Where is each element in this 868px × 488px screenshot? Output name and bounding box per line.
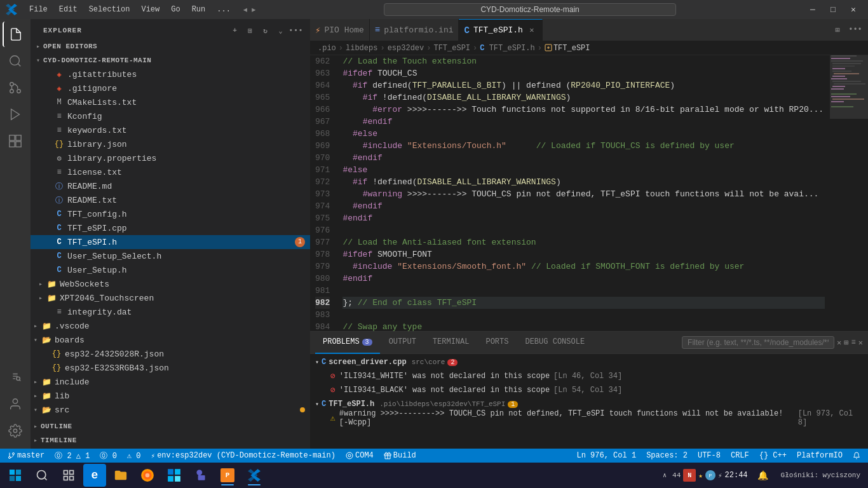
more-actions-button[interactable]: ••• [290, 24, 302, 37]
nav-fwd-button[interactable]: ▸ [251, 3, 257, 16]
menu-view[interactable]: View [136, 4, 165, 15]
sidebar-item-tft-espi-cpp[interactable]: C TFT_eSPI.cpp [31, 221, 310, 235]
problem-group-header-screen-driver[interactable]: ▾ C screen_driver.cpp src\core 2 [310, 355, 868, 369]
code-content[interactable]: // Load the Touch extension #ifdef TOUCH… [337, 55, 830, 331]
sidebar-section-open-editors[interactable]: ▸ OPEN EDITORS [31, 39, 310, 53]
activity-account[interactable] [3, 391, 28, 417]
problem-item-2[interactable]: ⊘ 'ILI9341_BLACK' was not declared in th… [310, 383, 868, 397]
menu-go[interactable]: Go [166, 4, 185, 15]
taskbar-vscode[interactable] [241, 464, 267, 487]
sidebar-item-kconfig[interactable]: ≡ Kconfig [31, 109, 310, 123]
sidebar-item-board1[interactable]: {} esp32-2432S028R.json [31, 347, 310, 361]
panel-close-button[interactable]: ✕ [858, 338, 863, 348]
collapse-all-button[interactable]: ⌄ [275, 24, 287, 37]
breadcrumb-tft-espi-folder[interactable]: TFT_eSPI [433, 44, 470, 53]
panel-tab-problems[interactable]: PROBLEMS 3 [315, 332, 380, 354]
taskbar-pio[interactable]: P [215, 464, 240, 487]
sidebar-item-lib[interactable]: ▸ 📁 lib [31, 389, 310, 403]
close-button[interactable]: ✕ [844, 3, 863, 17]
sidebar-item-integrity[interactable]: ≡ integrity.dat [31, 305, 310, 319]
sidebar-item-library-json[interactable]: {} library.json [31, 137, 310, 151]
sidebar-item-keywords[interactable]: ≡ keywords.txt [31, 123, 310, 137]
sidebar-item-vscode[interactable]: ▸ 📁 .vscode [31, 319, 310, 333]
menu-more[interactable]: ... [212, 4, 236, 15]
breadcrumb-esp32dev[interactable]: esp32dev [388, 44, 424, 53]
tray-clock[interactable]: 22:44 [725, 471, 748, 480]
activity-settings[interactable] [3, 418, 28, 444]
panel-tab-terminal[interactable]: TERMINAL [425, 332, 477, 354]
taskbar-search[interactable] [29, 464, 55, 487]
sidebar-item-tft-config[interactable]: C TFT_config.h [31, 207, 310, 221]
start-button[interactable] [3, 464, 28, 487]
status-lang[interactable]: {} C++ [757, 449, 789, 463]
split-editor-button[interactable]: ⊞ [830, 22, 845, 37]
search-input[interactable] [384, 3, 676, 16]
status-spaces[interactable]: Spaces: 2 [644, 449, 690, 463]
breadcrumb-class[interactable]: TFT_eSPI [545, 44, 590, 53]
sidebar-item-library-properties[interactable]: ⚙ library.properties [31, 151, 310, 165]
filter-clear-button[interactable]: ✕ [837, 338, 841, 348]
sidebar-item-src[interactable]: ▾ 📂 src [31, 403, 310, 417]
sidebar-section-outline[interactable]: ▸ OUTLINE [31, 419, 310, 433]
tray-up-arrow[interactable]: ∧ [660, 464, 670, 487]
maximize-button[interactable]: □ [824, 3, 843, 17]
sidebar-item-project-root[interactable]: ▾ CYD-DOMOTICZ-REMOTE-MAIN [31, 53, 310, 67]
sidebar-item-gitignore[interactable]: ◈ .gitignore [31, 81, 310, 95]
taskbar-explorer[interactable] [108, 464, 133, 487]
minimize-button[interactable]: ─ [803, 3, 822, 17]
tab-tft-espi-h[interactable]: C TFT_eSPI.h ✕ [459, 19, 542, 41]
sidebar-item-user-setup-select[interactable]: C User_Setup_Select.h [31, 249, 310, 263]
activity-debug[interactable] [3, 365, 28, 390]
taskbar-firefox[interactable] [135, 464, 160, 487]
taskbar-taskview[interactable] [56, 464, 81, 487]
status-notification[interactable] [850, 449, 863, 463]
taskbar-teams[interactable] [188, 464, 214, 487]
sidebar-section-timeline[interactable]: ▸ TIMELINE [31, 433, 310, 447]
status-env[interactable]: ⚡ env:esp32dev (CYD-Domoticz-Remote-main… [149, 449, 338, 463]
sidebar-item-license[interactable]: ≡ license.txt [31, 165, 310, 179]
panel-tab-output[interactable]: OUTPUT [381, 332, 424, 354]
breadcrumb-pio[interactable]: .pio [318, 44, 336, 53]
status-errors[interactable]: ⓪ 0 [97, 449, 119, 463]
breadcrumb-tft-espi-h[interactable]: C TFT_eSPI.h [480, 44, 534, 53]
nav-back-button[interactable]: ◂ [242, 3, 248, 16]
more-tab-actions-button[interactable]: ••• [848, 22, 863, 37]
activity-git[interactable] [3, 75, 28, 100]
menu-run[interactable]: Run [187, 4, 211, 15]
volume-status[interactable]: Głośniki: wyciszony [778, 471, 863, 479]
status-ln-col[interactable]: Ln 976, Col 1 [574, 449, 639, 463]
status-eol[interactable]: CRLF [728, 449, 752, 463]
panel-tab-ports[interactable]: PORTS [478, 332, 516, 354]
status-warnings[interactable]: ⚠ 0 [125, 449, 144, 463]
activity-extensions[interactable] [3, 128, 28, 154]
sidebar-item-cmakelists[interactable]: M CMakeLists.txt [31, 95, 310, 109]
sidebar-item-user-setup[interactable]: C User_Setup.h [31, 263, 310, 277]
status-branch[interactable]: master [5, 449, 47, 463]
sidebar-item-websockets[interactable]: ▸ 📁 WebSockets [31, 277, 310, 291]
tab-platformio-ini[interactable]: ≡ platformio.ini [370, 19, 459, 41]
sidebar-item-include[interactable]: ▸ 📁 include [31, 375, 310, 389]
problem-item-3[interactable]: ⚠ #warning >>>>-------->> TOUCH_CS pin n… [310, 411, 868, 425]
taskbar-store[interactable] [161, 464, 187, 487]
filter-input[interactable] [682, 336, 834, 349]
tab-pio-home[interactable]: ⚡ PIO Home [310, 19, 370, 41]
status-platform[interactable]: PlatformIO [794, 449, 845, 463]
breadcrumb-libdeps[interactable]: libdeps [346, 44, 377, 53]
sidebar-item-board2[interactable]: {} esp32-E32S3RGB43.json [31, 361, 310, 375]
sidebar-item-boards[interactable]: ▾ 📂 boards [31, 333, 310, 347]
activity-search[interactable] [3, 48, 28, 74]
menu-file[interactable]: File [24, 4, 53, 15]
sidebar-item-xpt2046[interactable]: ▸ 📁 XPT2046_Touchscreen [31, 291, 310, 305]
taskbar-edge[interactable]: e [83, 464, 106, 487]
problem-item-1[interactable]: ⊘ 'ILI9341_WHITE' was not declared in th… [310, 369, 868, 383]
sidebar-item-readme-txt[interactable]: ⓘ README.txt [31, 193, 310, 207]
notification-bell[interactable]: 🔔 [750, 464, 776, 487]
status-encoding[interactable]: UTF-8 [695, 449, 723, 463]
new-folder-button[interactable]: ⊞ [244, 24, 257, 37]
tab-close-tft-espi-h[interactable]: ✕ [527, 25, 537, 36]
new-file-button[interactable]: + [229, 24, 241, 37]
menu-edit[interactable]: Edit [54, 4, 83, 15]
status-build[interactable]: Build [381, 449, 419, 463]
status-sync[interactable]: ⓪ 2 △ 1 [52, 449, 92, 463]
activity-run[interactable] [3, 102, 28, 127]
